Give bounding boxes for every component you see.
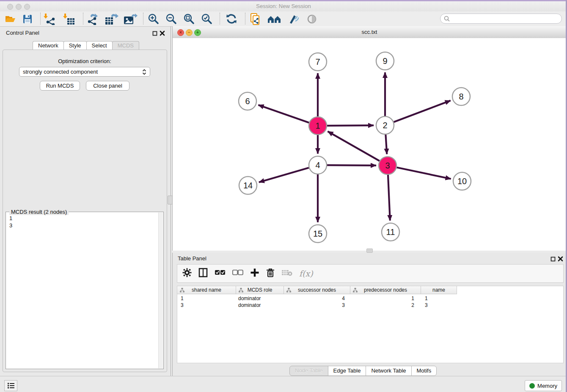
refresh-layout-icon[interactable] bbox=[225, 13, 238, 25]
search-icon bbox=[444, 16, 450, 22]
close-panel-button[interactable]: Close panel bbox=[86, 81, 129, 91]
show-all-networks-icon[interactable] bbox=[267, 13, 283, 25]
optimization-criterion-label: Optimization criterion: bbox=[0, 58, 169, 64]
network-graph[interactable]: 7968124314101511 bbox=[173, 38, 567, 251]
zoom-in-icon[interactable] bbox=[147, 13, 160, 25]
graph-edge-3-11[interactable] bbox=[388, 175, 390, 221]
tab-select[interactable]: Select bbox=[86, 41, 113, 50]
column-label: shared name bbox=[192, 287, 221, 293]
cell-name: 3 bbox=[421, 302, 457, 309]
result-scrollbar[interactable] bbox=[158, 213, 163, 368]
column-label: MCDS role bbox=[248, 287, 272, 293]
memory-status-icon bbox=[529, 383, 535, 389]
cell-shared-name: 1 bbox=[177, 295, 236, 302]
duplicate-network-icon[interactable] bbox=[249, 13, 262, 25]
run-mcds-button[interactable]: Run MCDS bbox=[40, 81, 80, 91]
graph-edge-1-2[interactable] bbox=[327, 125, 374, 126]
float-panel-icon[interactable] bbox=[152, 30, 158, 36]
column-header-name[interactable]: name bbox=[421, 286, 457, 294]
mcds-result-box: 1 3 bbox=[6, 212, 164, 369]
column-header-predecessor-nodes[interactable]: predecessor nodes bbox=[350, 286, 421, 294]
import-table-icon[interactable] bbox=[63, 13, 75, 25]
tab-mcds[interactable]: MCDS bbox=[112, 41, 139, 50]
search-input[interactable] bbox=[451, 15, 555, 22]
mcds-result-line: 1 bbox=[6, 215, 163, 222]
table-panel: Table Panel bbox=[172, 253, 566, 376]
graph-edge-2-3[interactable] bbox=[385, 135, 387, 154]
chevron-up-down-icon bbox=[142, 69, 146, 75]
tab-network[interactable]: Network bbox=[33, 41, 64, 50]
main-toolbar bbox=[0, 11, 567, 27]
graph-edge-2-8[interactable] bbox=[394, 101, 451, 122]
network-view-window: × − + scc.txt 7968124314101511 bbox=[172, 26, 566, 253]
graph-edge-1-6[interactable] bbox=[258, 105, 309, 123]
network-maximize-icon[interactable]: + bbox=[194, 29, 201, 36]
zoom-selected-icon[interactable] bbox=[200, 13, 213, 25]
tab-style[interactable]: Style bbox=[63, 41, 87, 50]
graph-edge-3-1[interactable] bbox=[328, 131, 379, 161]
graph-node-label: 2 bbox=[383, 121, 387, 130]
export-image-icon[interactable] bbox=[123, 13, 138, 25]
horizontal-splitter-handle[interactable] bbox=[366, 248, 373, 253]
columns-icon[interactable] bbox=[198, 268, 208, 279]
toolbar-separator bbox=[220, 13, 220, 25]
graph-edge-4-3[interactable] bbox=[327, 165, 376, 166]
graph-edge-3-10[interactable] bbox=[397, 168, 451, 179]
gear-icon[interactable] bbox=[182, 268, 192, 279]
hierarchy-icon bbox=[353, 288, 358, 294]
network-close-icon[interactable]: × bbox=[177, 29, 184, 36]
application-window: Session: New Session bbox=[0, 0, 567, 392]
memory-label: Memory bbox=[537, 383, 557, 389]
deselect-all-icon[interactable] bbox=[232, 270, 243, 277]
zoom-fit-icon[interactable] bbox=[182, 13, 195, 25]
tab-motifs[interactable]: Motifs bbox=[411, 366, 437, 376]
status-bar: Memory bbox=[0, 376, 567, 392]
zoom-out-icon[interactable] bbox=[165, 13, 177, 25]
cell-shared-name: 3 bbox=[177, 302, 236, 309]
select-all-icon[interactable] bbox=[215, 270, 226, 277]
column-header-shared-name[interactable]: shared name bbox=[177, 286, 236, 294]
open-session-icon[interactable] bbox=[4, 13, 17, 25]
network-minimize-icon[interactable]: − bbox=[186, 29, 193, 36]
float-table-panel-icon[interactable] bbox=[550, 256, 556, 261]
graph-edge-4-14[interactable] bbox=[259, 168, 309, 182]
export-table-icon[interactable] bbox=[104, 13, 120, 25]
tab-node-table[interactable]: Node Table bbox=[289, 366, 328, 376]
network-window-titlebar[interactable]: × − + scc.txt bbox=[173, 26, 566, 39]
window-title: Session: New Session bbox=[0, 1, 567, 11]
window-titlebar[interactable]: Session: New Session bbox=[0, 1, 567, 12]
memory-button[interactable]: Memory bbox=[525, 380, 562, 391]
node-table[interactable]: shared name MCDS role successor nodes pr… bbox=[177, 286, 564, 363]
cell-mcds-role: dominator bbox=[236, 302, 284, 309]
minimize-window-icon[interactable] bbox=[16, 4, 22, 10]
graph-node-label: 11 bbox=[386, 227, 395, 237]
close-window-icon[interactable] bbox=[7, 4, 13, 10]
column-header-mcds-role[interactable]: MCDS role bbox=[236, 286, 284, 294]
delete-row-icon[interactable] bbox=[266, 268, 275, 279]
show-graphics-details-icon[interactable] bbox=[306, 13, 318, 25]
graph-node-label: 1 bbox=[315, 121, 320, 130]
save-session-icon[interactable] bbox=[21, 13, 34, 25]
close-panel-icon[interactable] bbox=[160, 30, 165, 36]
search-field[interactable] bbox=[440, 14, 562, 24]
table-row[interactable]: 3 dominator 3 2 3 bbox=[177, 302, 457, 309]
toolbar-separator bbox=[40, 13, 41, 25]
apply-style-icon[interactable] bbox=[286, 13, 299, 25]
maximize-window-icon[interactable] bbox=[24, 4, 30, 10]
task-history-button[interactable] bbox=[4, 380, 17, 391]
column-header-successor-nodes[interactable]: successor nodes bbox=[284, 286, 350, 294]
graph-node-label: 9 bbox=[383, 56, 387, 66]
toolbar-separator bbox=[245, 13, 245, 25]
table-row[interactable]: 1 dominator 4 1 1 bbox=[177, 295, 457, 302]
close-table-panel-icon[interactable] bbox=[558, 256, 563, 261]
cell-mcds-role: dominator bbox=[236, 295, 284, 302]
network-window-title: scc.txt bbox=[173, 26, 566, 38]
tab-edge-table[interactable]: Edge Table bbox=[328, 366, 366, 376]
tab-network-table[interactable]: Network Table bbox=[366, 366, 411, 376]
add-row-icon[interactable] bbox=[250, 268, 259, 279]
table-toolbar: f(x) bbox=[177, 264, 564, 283]
import-network-icon[interactable] bbox=[43, 13, 56, 25]
control-panel-header: Control Panel bbox=[0, 26, 169, 39]
criterion-select[interactable]: strongly connected component bbox=[19, 67, 150, 77]
export-network-icon[interactable] bbox=[86, 13, 99, 25]
